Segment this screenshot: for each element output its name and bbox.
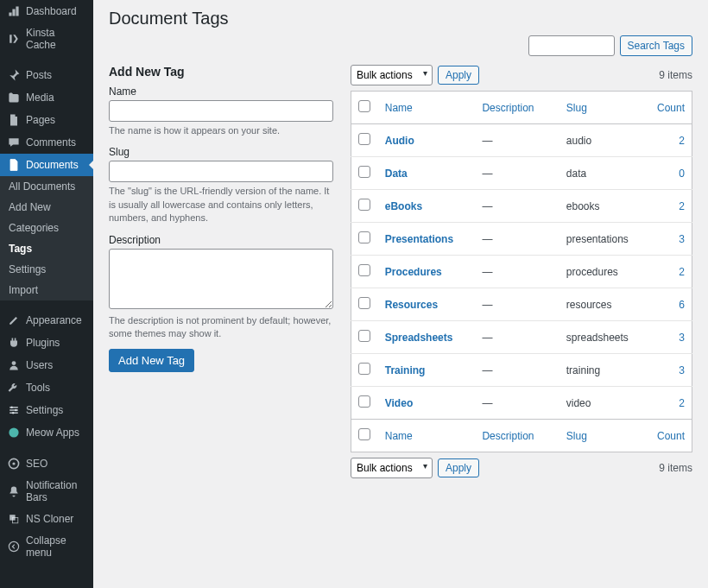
row-checkbox[interactable] (358, 297, 370, 309)
col-count-header[interactable]: Count (657, 102, 685, 114)
table-row: eBooks—ebooks2 (351, 190, 692, 223)
row-checkbox[interactable] (358, 363, 370, 375)
apply-button-bottom[interactable]: Apply (438, 458, 479, 477)
items-count-top: 9 items (659, 69, 692, 81)
bulk-actions-select-bottom[interactable]: Bulk actions (351, 458, 433, 478)
tag-count-link[interactable]: 0 (679, 168, 685, 180)
form-title: Add New Tag (109, 65, 333, 79)
sidebar-item-label: Notification Bars (26, 479, 86, 503)
sidebar-item-seo[interactable]: SEO (0, 452, 93, 475)
tag-name-link[interactable]: Audio (385, 135, 414, 147)
apply-button-top[interactable]: Apply (438, 66, 479, 85)
sidebar-item-label: Documents (26, 159, 79, 171)
submenu-item-categories[interactable]: Categories (0, 218, 93, 238)
description-label: Description (109, 234, 333, 246)
select-all-checkbox-top[interactable] (358, 100, 370, 112)
sidebar-item-ns-cloner[interactable]: NS Cloner (0, 508, 93, 530)
tag-name-link[interactable]: eBooks (385, 200, 422, 212)
tag-slug: data (566, 168, 586, 180)
slug-input[interactable] (109, 161, 333, 182)
tag-count-link[interactable]: 6 (679, 299, 685, 311)
row-checkbox[interactable] (358, 330, 370, 342)
submenu-item-add-new[interactable]: Add New (0, 197, 93, 218)
row-checkbox[interactable] (358, 199, 370, 211)
tag-count-link[interactable]: 2 (679, 200, 685, 212)
name-input[interactable] (109, 100, 333, 122)
col-desc-header[interactable]: Description (482, 102, 534, 114)
sidebar-item-comments[interactable]: Comments (0, 131, 93, 154)
tag-name-link[interactable]: Procedures (385, 266, 442, 278)
row-checkbox[interactable] (358, 166, 370, 178)
sidebar-item-notification-bars[interactable]: Notification Bars (0, 475, 93, 508)
tag-desc: — (482, 266, 492, 278)
sidebar-item-collapse-menu[interactable]: Collapse menu (0, 530, 93, 563)
table-row: Data—data0 (351, 157, 692, 190)
svg-point-5 (15, 409, 16, 411)
submenu-item-tags[interactable]: Tags (0, 238, 93, 259)
sidebar-item-kinsta-cache[interactable]: Kinsta Cache (0, 22, 93, 55)
sidebar-item-appearance[interactable]: Appearance (0, 309, 93, 332)
table-row: Spreadsheets—spreadsheets3 (351, 321, 692, 354)
search-button[interactable]: Search Tags (620, 35, 693, 56)
tag-desc: — (482, 397, 492, 409)
tag-count-link[interactable]: 3 (679, 233, 685, 245)
tag-desc: — (482, 364, 492, 376)
tools-icon (7, 381, 21, 395)
submenu-item-settings[interactable]: Settings (0, 259, 93, 280)
col-slug-footer[interactable]: Slug (566, 430, 587, 442)
col-name-footer[interactable]: Name (385, 430, 413, 442)
table-row: Video—video2 (351, 387, 692, 420)
name-field: Name The name is how it appears on your … (109, 85, 333, 137)
sidebar-group-bottom1: AppearancePluginsUsersToolsSettingsMeow … (0, 309, 93, 444)
sidebar-item-dashboard[interactable]: Dashboard (0, 0, 93, 22)
sidebar-item-posts[interactable]: Posts (0, 64, 93, 86)
add-tag-button[interactable]: Add New Tag (109, 349, 194, 372)
sidebar-item-tools[interactable]: Tools (0, 376, 93, 399)
col-count-footer[interactable]: Count (657, 430, 685, 442)
svg-point-9 (12, 462, 15, 465)
tag-slug: spreadsheets (566, 332, 629, 344)
row-checkbox[interactable] (358, 231, 370, 243)
sidebar-item-label: Plugins (26, 337, 60, 349)
tags-table: Name Description Slug Count Audio—audio2… (351, 91, 692, 452)
tag-name-link[interactable]: Presentations (385, 233, 453, 245)
row-checkbox[interactable] (358, 395, 370, 408)
sidebar-item-plugins[interactable]: Plugins (0, 332, 93, 354)
sidebar-item-meow-apps[interactable]: Meow Apps (0, 421, 93, 444)
search-input[interactable] (528, 35, 615, 56)
seo-icon (7, 457, 21, 471)
sidebar-item-documents[interactable]: Documents (0, 154, 93, 176)
tag-name-link[interactable]: Video (385, 397, 413, 409)
sidebar-item-label: Collapse menu (26, 534, 86, 559)
sidebar-item-label: Comments (26, 136, 76, 149)
tag-name-link[interactable]: Resources (385, 299, 438, 311)
select-all-checkbox-bottom[interactable] (358, 428, 370, 440)
sidebar-item-settings[interactable]: Settings (0, 399, 93, 421)
description-input[interactable] (109, 249, 333, 309)
tag-name-link[interactable]: Spreadsheets (385, 332, 453, 344)
tag-count-link[interactable]: 2 (679, 135, 685, 147)
users-icon (7, 358, 21, 372)
tags-list: Bulk actions Apply 9 items Name Descript… (351, 65, 692, 484)
tag-count-link[interactable]: 3 (679, 364, 685, 376)
col-name-header[interactable]: Name (385, 102, 413, 114)
settings-icon (7, 403, 21, 417)
svg-point-0 (12, 361, 16, 365)
col-desc-footer[interactable]: Description (482, 430, 534, 442)
row-checkbox[interactable] (358, 133, 370, 145)
tag-count-link[interactable]: 3 (679, 332, 685, 344)
col-slug-header[interactable]: Slug (566, 102, 587, 114)
submenu-item-all-documents[interactable]: All Documents (0, 176, 93, 197)
row-checkbox[interactable] (358, 264, 370, 276)
submenu-item-import[interactable]: Import (0, 280, 93, 300)
pin-icon (7, 68, 21, 82)
tag-count-link[interactable]: 2 (679, 397, 685, 409)
sidebar-item-media[interactable]: Media (0, 86, 93, 109)
appearance-icon (7, 313, 21, 327)
tag-name-link[interactable]: Training (385, 364, 426, 376)
sidebar-item-pages[interactable]: Pages (0, 109, 93, 131)
bulk-actions-select-top[interactable]: Bulk actions (351, 65, 433, 85)
sidebar-item-users[interactable]: Users (0, 354, 93, 376)
tag-count-link[interactable]: 2 (679, 266, 685, 278)
tag-name-link[interactable]: Data (385, 168, 408, 180)
